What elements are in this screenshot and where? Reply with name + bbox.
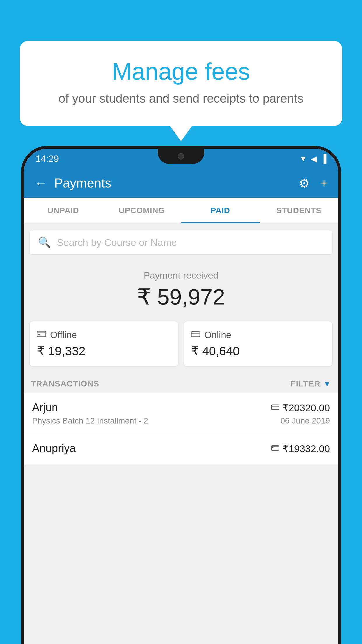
offline-icon [37, 330, 46, 340]
transaction-amount-wrap-2: ₹19332.00 [271, 443, 330, 454]
phone-notch [158, 149, 204, 164]
offline-label: Offline [50, 330, 77, 340]
transaction-amount-2: ₹19332.00 [282, 443, 330, 454]
transaction-card-icon [271, 403, 279, 412]
transaction-row2: Physics Batch 12 Installment - 2 06 June… [32, 416, 330, 426]
offline-card-header: Offline [37, 330, 171, 340]
bubble-title: Manage fees [43, 58, 319, 85]
transaction-course: Physics Batch 12 Installment - 2 [32, 416, 148, 426]
tabs-bar: UNPAID UPCOMING PAID STUDENTS [24, 198, 338, 223]
status-icons: ▼ ◀ ▐ [299, 154, 326, 164]
payment-received-amount: ₹ 59,972 [30, 284, 332, 310]
transactions-label: TRANSACTIONS [31, 379, 99, 388]
tab-students[interactable]: STUDENTS [260, 198, 338, 223]
online-card: Online ₹ 40,640 [184, 321, 332, 366]
svg-rect-3 [191, 332, 200, 337]
transaction-name-2: Anupriya [32, 442, 76, 455]
signal-icon: ◀ [311, 154, 317, 164]
tab-paid[interactable]: PAID [181, 198, 260, 223]
camera-dot [178, 153, 184, 160]
battery-icon: ▐ [321, 154, 326, 163]
speech-bubble: Manage fees of your students and send re… [20, 41, 342, 126]
phone-inner: 14:29 ▼ ◀ ▐ ← Payments ⚙ + UNPAID [24, 149, 338, 644]
speech-bubble-wrapper: Manage fees of your students and send re… [20, 41, 342, 126]
offline-card: Offline ₹ 19,332 [30, 321, 178, 366]
payment-received-section: Payment received ₹ 59,972 [24, 261, 338, 316]
svg-rect-2 [38, 334, 40, 335]
content-area: 🔍 Search by Course or Name Payment recei… [24, 223, 338, 644]
app-bar: ← Payments ⚙ + [24, 169, 338, 198]
transaction-amount: ₹20320.00 [282, 402, 330, 414]
transaction-amount-wrap: ₹20320.00 [271, 402, 330, 414]
filter-icon: ▼ [323, 379, 331, 388]
back-button[interactable]: ← [34, 176, 47, 190]
phone-frame: 14:29 ▼ ◀ ▐ ← Payments ⚙ + UNPAID [21, 146, 341, 644]
payment-received-label: Payment received [30, 270, 332, 281]
settings-icon[interactable]: ⚙ [299, 176, 310, 190]
tab-upcoming[interactable]: UPCOMING [103, 198, 181, 223]
add-button[interactable]: + [320, 176, 328, 190]
wifi-icon: ▼ [299, 154, 307, 163]
svg-rect-8 [272, 447, 274, 448]
app-bar-actions: ⚙ + [299, 176, 328, 190]
transaction-date: 06 June 2019 [280, 416, 330, 426]
svg-rect-5 [271, 405, 279, 409]
bubble-subtitle: of your students and send receipts to pa… [43, 92, 319, 106]
transaction-row1: Arjun ₹20320.00 [32, 401, 330, 414]
transaction-item-anupriya[interactable]: Anupriya ₹19332.00 [24, 434, 338, 466]
online-label: Online [204, 330, 231, 340]
transaction-item-arjun[interactable]: Arjun ₹20320.00 Physics [24, 393, 338, 434]
online-amount: ₹ 40,640 [191, 344, 325, 358]
transaction-card-icon-2 [271, 444, 279, 453]
offline-amount: ₹ 19,332 [37, 344, 171, 358]
payment-cards-row: Offline ₹ 19,332 Online [24, 316, 338, 372]
search-bar[interactable]: 🔍 Search by Course or Name [30, 230, 332, 254]
status-time: 14:29 [36, 153, 59, 164]
transaction-row1-2: Anupriya ₹19332.00 [32, 442, 330, 455]
online-icon [191, 330, 200, 340]
app-title: Payments [54, 176, 299, 190]
transactions-header: TRANSACTIONS FILTER ▼ [24, 372, 338, 393]
search-placeholder: Search by Course or Name [57, 237, 177, 248]
search-icon: 🔍 [38, 236, 51, 249]
filter-label: FILTER [291, 379, 320, 388]
filter-button[interactable]: FILTER ▼ [291, 379, 331, 388]
online-card-header: Online [191, 330, 325, 340]
transaction-name: Arjun [32, 401, 58, 414]
tab-unpaid[interactable]: UNPAID [24, 198, 103, 223]
